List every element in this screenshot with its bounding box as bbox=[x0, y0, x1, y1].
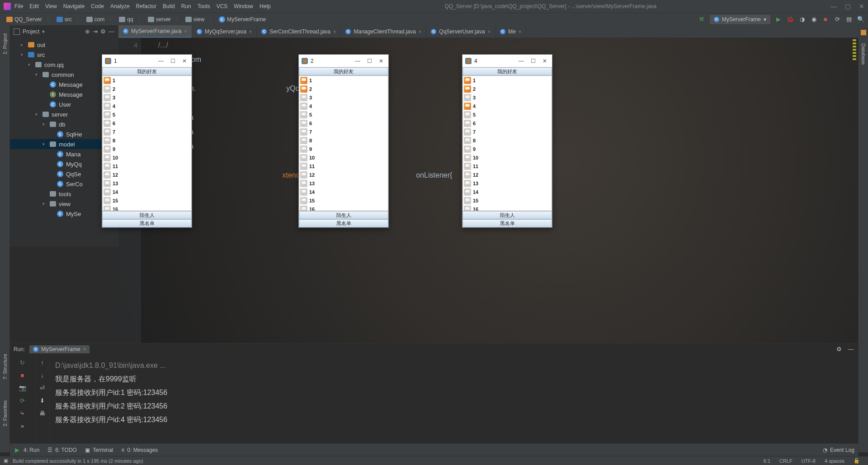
btab-todo[interactable]: ☰6: TODO bbox=[47, 447, 77, 453]
locate-icon[interactable]: ⊕ bbox=[85, 28, 90, 35]
swing-minimize-icon[interactable]: — bbox=[517, 58, 526, 64]
friend-row-1[interactable]: 1 bbox=[299, 76, 388, 85]
profile-icon[interactable]: ◉ bbox=[810, 16, 817, 23]
down-icon[interactable]: ↓ bbox=[39, 371, 46, 379]
menu-refactor[interactable]: Refactor bbox=[136, 3, 156, 9]
friend-row-9[interactable]: 9 bbox=[299, 145, 388, 153]
tab-project[interactable]: 1: Project bbox=[1, 30, 9, 58]
menu-analyze[interactable]: Analyze bbox=[110, 3, 130, 9]
friend-row-6[interactable]: 6 bbox=[299, 119, 388, 127]
menu-build[interactable]: Build bbox=[163, 3, 175, 9]
swing-minimize-icon[interactable]: — bbox=[156, 58, 165, 64]
swing-maximize-icon[interactable]: ☐ bbox=[365, 58, 374, 64]
swing-maximize-icon[interactable]: ☐ bbox=[168, 58, 177, 64]
structure-icon[interactable]: ▤ bbox=[845, 16, 853, 23]
swing-close-icon[interactable]: ✕ bbox=[540, 58, 549, 64]
swing-close-icon[interactable]: ✕ bbox=[377, 58, 386, 64]
crumb-server[interactable]: server bbox=[145, 15, 174, 23]
friend-row-8[interactable]: 8 bbox=[103, 136, 191, 145]
friend-row-1[interactable]: 1 bbox=[463, 76, 552, 85]
lock-icon[interactable]: 🔓 bbox=[849, 458, 864, 464]
editor-vscrollbar[interactable] bbox=[852, 38, 857, 343]
friend-row-1[interactable]: 1 bbox=[103, 76, 191, 85]
hide-icon[interactable]: — bbox=[108, 28, 114, 35]
editor-tab-MyServerFrame.java[interactable]: CMyServerFrame.java× bbox=[118, 25, 192, 38]
rerun-icon[interactable]: ↻ bbox=[19, 359, 26, 366]
menu-run[interactable]: Run bbox=[181, 3, 191, 9]
blacklist-button[interactable]: 黑名单 bbox=[102, 219, 192, 227]
friend-row-2[interactable]: 2 bbox=[103, 85, 191, 93]
indent[interactable]: 4 spaces bbox=[820, 458, 849, 464]
friend-row-9[interactable]: 9 bbox=[103, 145, 191, 153]
btab-terminal[interactable]: ▣Terminal bbox=[85, 447, 113, 453]
friend-row-13[interactable]: 13 bbox=[463, 179, 552, 188]
friend-row-14[interactable]: 14 bbox=[299, 188, 388, 196]
friend-row-12[interactable]: 12 bbox=[299, 170, 388, 179]
menu-tools[interactable]: Tools bbox=[198, 3, 210, 9]
menu-code[interactable]: Code bbox=[91, 3, 104, 9]
friend-row-12[interactable]: 12 bbox=[103, 170, 191, 179]
friend-row-2[interactable]: 2 bbox=[463, 85, 552, 93]
menu-vcs[interactable]: VCS bbox=[217, 3, 228, 9]
swing-titlebar[interactable]: 2—☐✕ bbox=[299, 55, 388, 67]
editor-tab-Me[interactable]: CMe× bbox=[495, 25, 526, 38]
stop-icon[interactable]: ■ bbox=[822, 16, 829, 23]
run-settings-icon[interactable]: ⚙ bbox=[835, 346, 843, 353]
debug-icon[interactable]: 🐞 bbox=[787, 16, 794, 23]
line-ending[interactable]: CRLF bbox=[775, 458, 797, 464]
friend-row-6[interactable]: 6 bbox=[103, 119, 191, 127]
strangers-button[interactable]: 陌生人 bbox=[299, 211, 388, 219]
friend-row-16[interactable]: 16 bbox=[463, 205, 552, 211]
menu-edit[interactable]: Edit bbox=[29, 3, 39, 9]
menu-file[interactable]: File bbox=[14, 3, 23, 9]
friend-row-4[interactable]: 4 bbox=[463, 102, 552, 110]
menu-window[interactable]: Window bbox=[234, 3, 253, 9]
friend-row-5[interactable]: 5 bbox=[299, 110, 388, 119]
friend-row-11[interactable]: 11 bbox=[463, 162, 552, 170]
editor-tab-MyQqServer.java[interactable]: CMyQqServer.java× bbox=[192, 25, 257, 38]
friend-row-16[interactable]: 16 bbox=[103, 205, 191, 211]
friend-row-14[interactable]: 14 bbox=[103, 188, 191, 196]
friend-row-3[interactable]: 3 bbox=[299, 93, 388, 102]
friend-row-15[interactable]: 15 bbox=[299, 196, 388, 205]
crumb-project[interactable]: QQ_Server bbox=[4, 15, 45, 23]
editor-tab-SerConClientThread.java[interactable]: CSerConClientThread.java× bbox=[257, 25, 341, 38]
friends-list[interactable]: 12345678910111213141516 bbox=[462, 75, 552, 211]
swing-minimize-icon[interactable]: — bbox=[353, 58, 362, 64]
maximize-icon[interactable]: ▢ bbox=[845, 3, 851, 10]
friends-header-button[interactable]: 我的好友 bbox=[102, 67, 192, 75]
friend-row-13[interactable]: 13 bbox=[103, 179, 191, 188]
editor-tab-QqServerUser.java[interactable]: CQqServerUser.java× bbox=[426, 25, 495, 38]
friend-row-5[interactable]: 5 bbox=[103, 110, 191, 119]
friend-row-10[interactable]: 10 bbox=[463, 153, 552, 162]
coverage-icon[interactable]: ◑ bbox=[798, 16, 806, 23]
friends-list[interactable]: 12345678910111213141516 bbox=[102, 75, 192, 211]
up-icon[interactable]: ↑ bbox=[39, 359, 46, 366]
tree-item-out[interactable]: ▸out bbox=[10, 40, 118, 50]
friend-row-14[interactable]: 14 bbox=[463, 188, 552, 196]
run-icon[interactable]: ▶ bbox=[775, 16, 782, 23]
crumb-view[interactable]: view bbox=[183, 15, 207, 23]
exit-icon[interactable]: ⤷ bbox=[19, 409, 26, 417]
menu-navigate[interactable]: Navigate bbox=[63, 3, 85, 9]
blacklist-button[interactable]: 黑名单 bbox=[299, 219, 388, 227]
restart-icon[interactable]: ⟳ bbox=[19, 397, 26, 404]
swing-titlebar[interactable]: 4—☐✕ bbox=[462, 55, 552, 67]
friend-row-10[interactable]: 10 bbox=[299, 153, 388, 162]
encoding[interactable]: UTF-8 bbox=[797, 458, 820, 464]
friend-row-5[interactable]: 5 bbox=[463, 110, 552, 119]
friend-row-3[interactable]: 3 bbox=[463, 93, 552, 102]
friends-header-button[interactable]: 我的好友 bbox=[299, 67, 388, 75]
friend-row-4[interactable]: 4 bbox=[299, 102, 388, 110]
database-icon[interactable] bbox=[861, 30, 866, 35]
friend-row-13[interactable]: 13 bbox=[299, 179, 388, 188]
crumb-file[interactable]: CMyServerFrame bbox=[216, 15, 269, 23]
friend-row-2[interactable]: 2 bbox=[299, 85, 388, 93]
friend-window-2[interactable]: 2—☐✕我的好友12345678910111213141516陌生人黑名单 bbox=[298, 54, 389, 228]
update-icon[interactable]: ⟳ bbox=[834, 16, 841, 23]
strangers-button[interactable]: 陌生人 bbox=[102, 211, 192, 219]
more-icon[interactable]: » bbox=[19, 422, 26, 429]
run-hide-icon[interactable]: — bbox=[847, 346, 854, 353]
friend-row-11[interactable]: 11 bbox=[103, 162, 191, 170]
friend-window-4[interactable]: 4—☐✕我的好友12345678910111213141516陌生人黑名单 bbox=[462, 54, 552, 228]
